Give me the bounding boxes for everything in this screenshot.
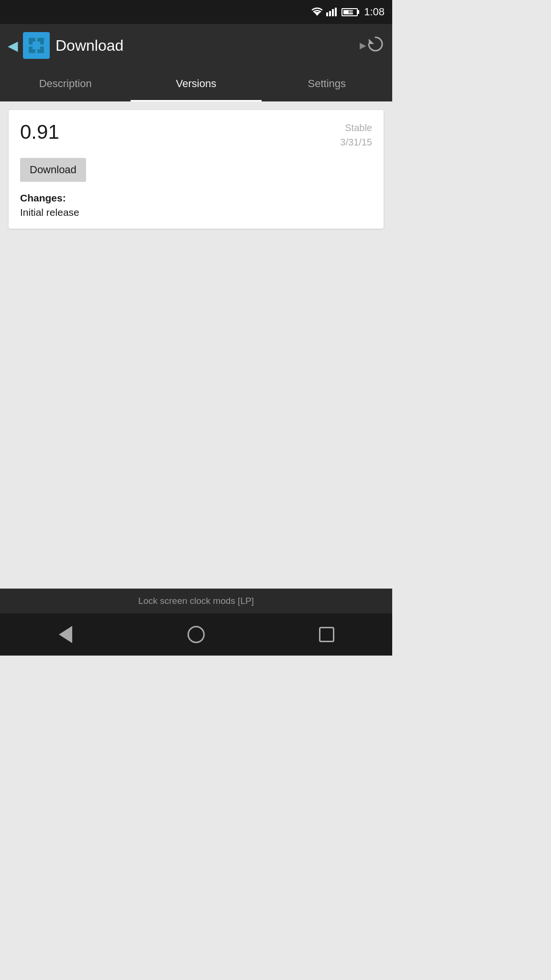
- battery-level-text: 89: [343, 10, 358, 14]
- nav-home-button[interactable]: [182, 620, 210, 649]
- signal-triangle-icon: ▶: [360, 40, 366, 51]
- svg-marker-0: [314, 12, 320, 16]
- back-arrow-icon: ◀: [8, 38, 18, 54]
- changes-label: Changes:: [20, 192, 372, 204]
- tab-bar: Description Versions Settings: [0, 67, 392, 101]
- nav-home-icon: [187, 626, 205, 643]
- app-title: Download: [55, 37, 356, 55]
- tab-settings[interactable]: Settings: [262, 67, 392, 101]
- tab-versions[interactable]: Versions: [131, 67, 261, 101]
- puzzle-icon: [27, 36, 46, 55]
- app-bar: ◀ Download ▶: [0, 24, 392, 67]
- nav-bar: [0, 613, 392, 656]
- tab-description[interactable]: Description: [0, 67, 131, 101]
- nav-recent-button[interactable]: [312, 620, 341, 649]
- battery-tip: [358, 10, 359, 14]
- svg-marker-10: [369, 39, 374, 44]
- refresh-icon: [366, 35, 385, 53]
- changes-text: Initial release: [20, 207, 372, 218]
- wifi-icon: [311, 7, 323, 17]
- main-content: 0.91 Stable 3/31/15 Download Changes: In…: [0, 101, 392, 243]
- svg-rect-2: [329, 11, 331, 16]
- refresh-button[interactable]: [366, 35, 385, 56]
- app-icon: [23, 32, 50, 59]
- svg-rect-9: [33, 42, 40, 49]
- svg-rect-1: [326, 12, 328, 16]
- status-icons: 89 1:08: [311, 6, 385, 18]
- bottom-bar-text: Lock screen clock mods [LP]: [138, 596, 254, 606]
- download-button[interactable]: Download: [20, 158, 86, 182]
- back-button[interactable]: ◀: [8, 32, 50, 59]
- nav-back-icon: [59, 626, 72, 643]
- release-date: 3/31/15: [340, 135, 372, 149]
- signal-icon: [326, 8, 337, 16]
- version-number: 0.91: [20, 121, 59, 144]
- version-meta: Stable 3/31/15: [340, 121, 372, 149]
- battery-container: 89: [342, 8, 359, 16]
- svg-rect-4: [335, 8, 337, 16]
- bottom-bar: Lock screen clock mods [LP]: [0, 589, 392, 613]
- status-time: 1:08: [364, 6, 385, 18]
- version-card: 0.91 Stable 3/31/15 Download Changes: In…: [9, 110, 384, 229]
- nav-recent-icon: [319, 627, 334, 642]
- status-bar: 89 1:08: [0, 0, 392, 24]
- stability-label: Stable: [340, 121, 372, 135]
- battery-icon: 89: [342, 8, 358, 16]
- version-header: 0.91 Stable 3/31/15: [20, 121, 372, 149]
- nav-back-button[interactable]: [51, 620, 80, 649]
- svg-rect-3: [332, 9, 334, 16]
